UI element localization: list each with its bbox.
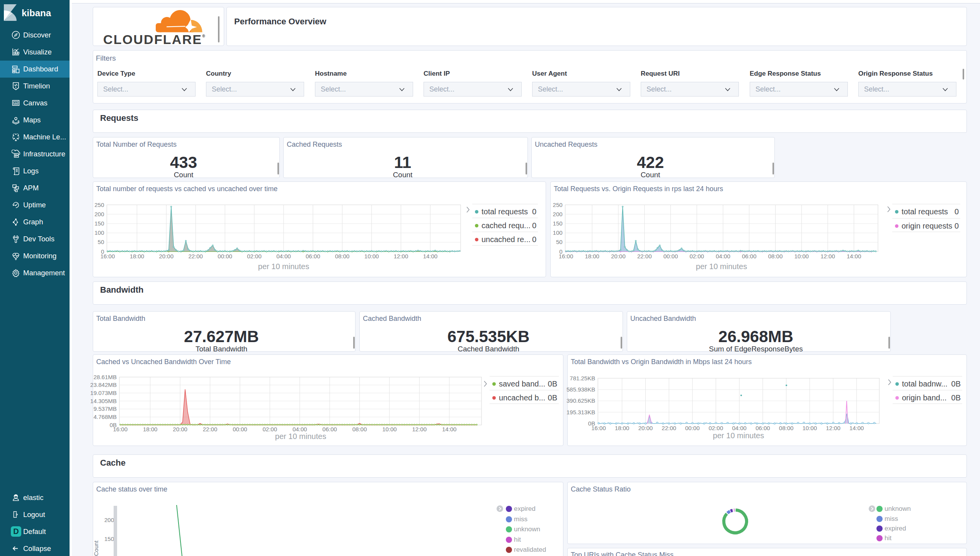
svg-text:250: 250 xyxy=(94,202,104,208)
svg-text:18:00: 18:00 xyxy=(585,253,599,259)
svg-text:150: 150 xyxy=(553,220,563,227)
svg-text:12:00: 12:00 xyxy=(820,253,835,259)
svg-text:00:00: 00:00 xyxy=(664,253,678,259)
svg-text:20:00: 20:00 xyxy=(159,253,174,259)
svg-text:02:00: 02:00 xyxy=(247,253,262,259)
svg-text:14.305MB: 14.305MB xyxy=(90,398,117,404)
svg-text:20:00: 20:00 xyxy=(173,426,187,432)
svg-text:22:00: 22:00 xyxy=(188,253,203,259)
svg-text:00:00: 00:00 xyxy=(233,426,247,432)
svg-text:100: 100 xyxy=(94,229,104,236)
svg-text:14:00: 14:00 xyxy=(847,253,861,259)
svg-text:20:00: 20:00 xyxy=(638,425,653,431)
svg-text:14:00: 14:00 xyxy=(442,426,457,432)
svg-text:04:00: 04:00 xyxy=(293,426,307,432)
svg-text:18:00: 18:00 xyxy=(143,426,158,432)
svg-text:10:00: 10:00 xyxy=(364,253,379,259)
svg-text:10:00: 10:00 xyxy=(794,253,809,259)
svg-text:150: 150 xyxy=(104,536,114,542)
svg-text:18:00: 18:00 xyxy=(615,425,630,431)
svg-text:22:00: 22:00 xyxy=(662,425,676,431)
svg-text:10:00: 10:00 xyxy=(382,426,397,432)
svg-text:390.625KB: 390.625KB xyxy=(567,397,595,404)
svg-text:50: 50 xyxy=(556,239,563,245)
svg-text:04:00: 04:00 xyxy=(276,253,291,259)
svg-text:9.537MB: 9.537MB xyxy=(94,405,117,412)
svg-text:12:00: 12:00 xyxy=(412,426,427,432)
svg-text:16:00: 16:00 xyxy=(559,253,573,259)
svg-text:04:00: 04:00 xyxy=(732,425,747,431)
svg-text:06:00: 06:00 xyxy=(742,253,757,259)
svg-text:781.25KB: 781.25KB xyxy=(570,375,595,381)
svg-text:28.61MB: 28.61MB xyxy=(94,374,117,380)
svg-text:02:00: 02:00 xyxy=(709,425,723,431)
svg-text:06:00: 06:00 xyxy=(306,253,320,259)
svg-text:per 10 minutes: per 10 minutes xyxy=(696,262,747,271)
svg-text:04:00: 04:00 xyxy=(716,253,730,259)
svg-text:14:00: 14:00 xyxy=(423,253,438,259)
svg-text:00:00: 00:00 xyxy=(685,425,700,431)
svg-text:20:00: 20:00 xyxy=(611,253,626,259)
svg-text:02:00: 02:00 xyxy=(263,426,277,432)
svg-text:16:00: 16:00 xyxy=(591,425,606,431)
svg-text:08:00: 08:00 xyxy=(779,425,794,431)
svg-text:250: 250 xyxy=(553,202,563,208)
svg-text:12:00: 12:00 xyxy=(826,425,840,431)
svg-text:22:00: 22:00 xyxy=(203,426,218,432)
svg-text:18:00: 18:00 xyxy=(130,253,145,259)
svg-text:per 10 minutes: per 10 minutes xyxy=(258,262,309,271)
svg-text:Count: Count xyxy=(93,540,99,556)
svg-text:100: 100 xyxy=(553,229,563,236)
svg-text:02:00: 02:00 xyxy=(689,253,704,259)
svg-text:200: 200 xyxy=(94,211,104,217)
svg-text:00:00: 00:00 xyxy=(218,253,232,259)
svg-text:14:00: 14:00 xyxy=(849,425,864,431)
svg-text:195.313KB: 195.313KB xyxy=(567,409,595,415)
svg-text:06:00: 06:00 xyxy=(322,426,337,432)
svg-text:585.938KB: 585.938KB xyxy=(567,386,595,393)
svg-text:4.768MB: 4.768MB xyxy=(94,414,117,420)
svg-text:22:00: 22:00 xyxy=(637,253,652,259)
svg-text:06:00: 06:00 xyxy=(755,425,770,431)
svg-text:12:00: 12:00 xyxy=(394,253,408,259)
svg-text:16:00: 16:00 xyxy=(100,253,115,259)
svg-text:per 10 minutes: per 10 minutes xyxy=(713,431,764,440)
svg-text:08:00: 08:00 xyxy=(352,426,367,432)
svg-text:10:00: 10:00 xyxy=(803,425,817,431)
svg-text:per 10 minutes: per 10 minutes xyxy=(275,432,326,441)
svg-text:08:00: 08:00 xyxy=(768,253,783,259)
svg-text:19.073MB: 19.073MB xyxy=(90,390,117,396)
svg-text:16:00: 16:00 xyxy=(113,426,128,432)
svg-text:200: 200 xyxy=(553,211,563,217)
svg-text:50: 50 xyxy=(98,239,104,245)
svg-text:23.842MB: 23.842MB xyxy=(90,381,117,388)
svg-text:08:00: 08:00 xyxy=(335,253,350,259)
svg-text:200: 200 xyxy=(104,517,114,523)
svg-text:150: 150 xyxy=(94,220,104,227)
